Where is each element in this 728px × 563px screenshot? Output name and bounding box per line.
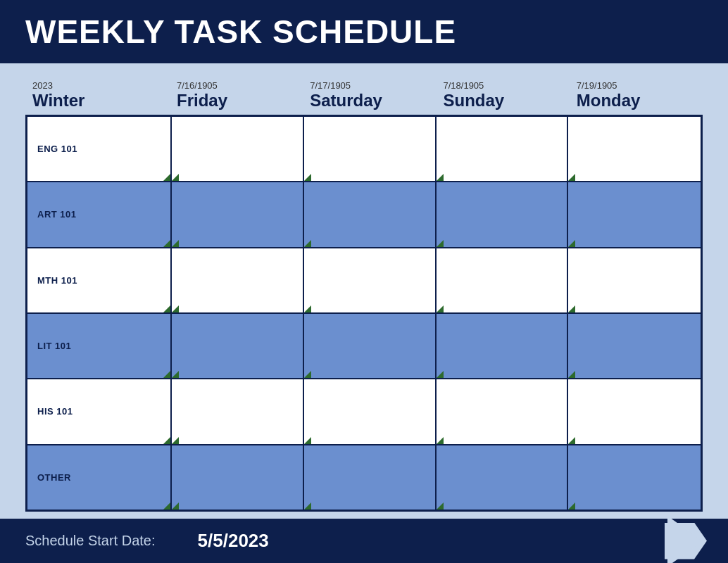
row-label-4: HIS 101 xyxy=(27,379,172,443)
cell-5-3 xyxy=(568,445,701,510)
main-content: 2023 Winter 7/16/1905 Friday 7/17/1905 S… xyxy=(0,63,728,519)
day-date: 7/17/1905 xyxy=(310,80,429,91)
day-column-0: 2023 Winter xyxy=(25,77,170,115)
schedule-row-1: ART 101 xyxy=(27,182,701,248)
page-header: WEEKLY TASK SCHEDULE xyxy=(0,0,728,63)
cell-5-2 xyxy=(437,445,569,510)
day-year: 2023 xyxy=(32,80,163,91)
schedule-grid: ENG 101ART 101MTH 101LIT 101HIS 101OTHER xyxy=(25,115,703,512)
day-name: Sunday xyxy=(444,91,563,110)
row-label-2: MTH 101 xyxy=(27,248,172,312)
cell-2-3 xyxy=(568,248,701,312)
day-name: Winter xyxy=(32,91,163,110)
days-header: 2023 Winter 7/16/1905 Friday 7/17/1905 S… xyxy=(25,77,703,115)
page-title: WEEKLY TASK SCHEDULE xyxy=(25,13,703,51)
day-column-3: 7/18/1905 Sunday xyxy=(437,77,570,115)
cell-0-1 xyxy=(304,117,437,181)
cell-4-3 xyxy=(568,379,701,443)
cell-5-1 xyxy=(304,445,437,510)
row-label-0: ENG 101 xyxy=(27,117,172,181)
footer-label: Schedule Start Date: xyxy=(25,533,156,549)
page: WEEKLY TASK SCHEDULE 2023 Winter 7/16/19… xyxy=(0,0,728,563)
schedule-row-2: MTH 101 xyxy=(27,248,701,314)
row-label-3: LIT 101 xyxy=(27,314,172,378)
cell-1-2 xyxy=(437,182,569,246)
day-date: 7/16/1905 xyxy=(177,80,296,91)
row-label-5: OTHER xyxy=(27,445,172,510)
cell-1-1 xyxy=(304,182,437,246)
day-name: Friday xyxy=(177,91,296,110)
schedule-row-0: ENG 101 xyxy=(27,117,701,182)
day-date: 7/18/1905 xyxy=(444,80,563,91)
row-label-text-5: OTHER xyxy=(37,472,71,483)
cell-4-1 xyxy=(304,379,437,443)
day-column-2: 7/17/1905 Saturday xyxy=(303,77,436,115)
day-column-4: 7/19/1905 Monday xyxy=(570,77,703,115)
row-label-text-2: MTH 101 xyxy=(37,275,77,286)
cell-0-3 xyxy=(568,117,701,181)
cell-0-2 xyxy=(437,117,569,181)
arrow-shape xyxy=(665,523,707,559)
schedule-row-5: OTHER xyxy=(27,445,701,510)
row-label-text-0: ENG 101 xyxy=(37,144,77,154)
cell-4-2 xyxy=(437,379,569,443)
cell-4-0 xyxy=(172,379,304,443)
cell-2-1 xyxy=(304,248,437,312)
row-label-text-4: HIS 101 xyxy=(37,406,73,417)
cell-0-0 xyxy=(172,117,304,181)
footer: Schedule Start Date: 5/5/2023 xyxy=(0,519,728,563)
cell-5-0 xyxy=(172,445,304,510)
cell-2-2 xyxy=(437,248,569,312)
schedule-row-4: HIS 101 xyxy=(27,379,701,445)
schedule-row-3: LIT 101 xyxy=(27,314,701,379)
day-column-1: 7/16/1905 Friday xyxy=(170,77,303,115)
row-label-text-3: LIT 101 xyxy=(37,341,71,351)
row-label-text-1: ART 101 xyxy=(37,209,77,220)
day-name: Monday xyxy=(577,91,696,110)
cell-3-0 xyxy=(172,314,304,378)
cell-3-3 xyxy=(568,314,701,378)
row-label-1: ART 101 xyxy=(27,182,172,246)
cell-3-1 xyxy=(304,314,437,378)
cell-3-2 xyxy=(437,314,569,378)
cell-2-0 xyxy=(172,248,304,312)
footer-arrow xyxy=(665,523,707,559)
day-name: Saturday xyxy=(310,91,429,110)
cell-1-0 xyxy=(172,182,304,246)
day-date: 7/19/1905 xyxy=(577,80,696,91)
footer-date: 5/5/2023 xyxy=(198,530,269,552)
cell-1-3 xyxy=(568,182,701,246)
